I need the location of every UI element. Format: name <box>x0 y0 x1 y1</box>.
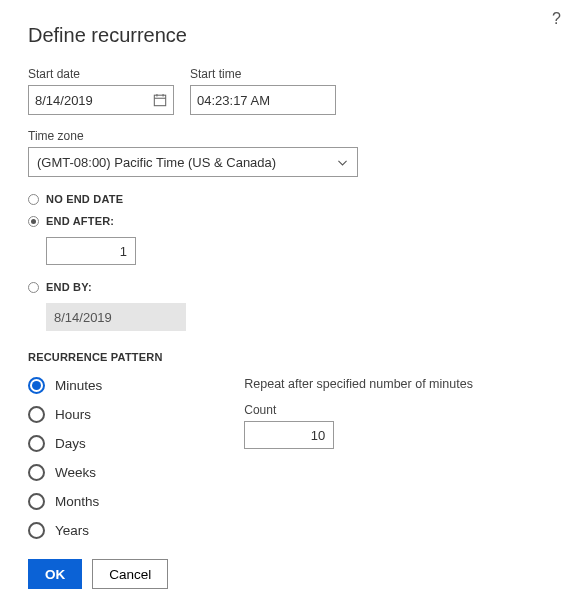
pattern-radio-group: Minutes Hours Days Weeks Months Years <box>28 377 102 539</box>
end-after-count-input[interactable]: 1 <box>46 237 136 265</box>
timezone-value: (GMT-08:00) Pacific Time (US & Canada) <box>37 155 276 170</box>
recurrence-heading: RECURRENCE PATTERN <box>28 351 551 363</box>
end-after-count-value: 1 <box>120 244 127 259</box>
radio-circle <box>28 522 45 539</box>
pattern-weeks-radio[interactable]: Weeks <box>28 464 102 481</box>
start-time-field: Start time 04:23:17 AM <box>190 67 336 115</box>
no-end-date-radio[interactable]: NO END DATE <box>28 193 551 205</box>
pattern-years-radio[interactable]: Years <box>28 522 102 539</box>
dialog-title: Define recurrence <box>28 24 551 47</box>
end-by-radio[interactable]: END BY: <box>28 281 551 293</box>
end-by-date-value: 8/14/2019 <box>54 310 112 325</box>
end-after-label: END AFTER: <box>46 215 114 227</box>
calendar-icon[interactable] <box>153 93 167 107</box>
chevron-down-icon <box>336 156 349 169</box>
pattern-minutes-radio[interactable]: Minutes <box>28 377 102 394</box>
pattern-detail: Repeat after specified number of minutes… <box>134 377 551 539</box>
radio-dot <box>28 194 39 205</box>
pattern-weeks-label: Weeks <box>55 465 96 480</box>
count-label: Count <box>244 403 551 417</box>
radio-circle <box>28 464 45 481</box>
ok-button[interactable]: OK <box>28 559 82 589</box>
radio-circle <box>28 406 45 423</box>
radio-dot <box>28 216 39 227</box>
end-by-date-input: 8/14/2019 <box>46 303 186 331</box>
count-value: 10 <box>311 428 325 443</box>
pattern-months-label: Months <box>55 494 99 509</box>
radio-circle <box>28 377 45 394</box>
start-time-input[interactable]: 04:23:17 AM <box>190 85 336 115</box>
count-input[interactable]: 10 <box>244 421 334 449</box>
pattern-days-radio[interactable]: Days <box>28 435 102 452</box>
radio-circle <box>28 493 45 510</box>
radio-dot <box>28 282 39 293</box>
end-after-radio[interactable]: END AFTER: <box>28 215 551 227</box>
radio-circle <box>28 435 45 452</box>
pattern-months-radio[interactable]: Months <box>28 493 102 510</box>
start-date-field: Start date 8/14/2019 <box>28 67 174 115</box>
pattern-minutes-label: Minutes <box>55 378 102 393</box>
timezone-select[interactable]: (GMT-08:00) Pacific Time (US & Canada) <box>28 147 358 177</box>
svg-rect-0 <box>154 95 165 106</box>
start-time-value: 04:23:17 AM <box>197 93 270 108</box>
help-icon[interactable]: ? <box>552 10 561 28</box>
start-date-input[interactable]: 8/14/2019 <box>28 85 174 115</box>
timezone-field: Time zone (GMT-08:00) Pacific Time (US &… <box>28 129 551 177</box>
start-date-value: 8/14/2019 <box>35 93 93 108</box>
timezone-label: Time zone <box>28 129 551 143</box>
no-end-date-label: NO END DATE <box>46 193 123 205</box>
pattern-hours-radio[interactable]: Hours <box>28 406 102 423</box>
pattern-years-label: Years <box>55 523 89 538</box>
pattern-hours-label: Hours <box>55 407 91 422</box>
end-by-label: END BY: <box>46 281 92 293</box>
start-time-label: Start time <box>190 67 336 81</box>
pattern-description: Repeat after specified number of minutes <box>244 377 551 391</box>
start-date-label: Start date <box>28 67 174 81</box>
pattern-days-label: Days <box>55 436 86 451</box>
cancel-button[interactable]: Cancel <box>92 559 168 589</box>
count-field: Count 10 <box>244 403 551 449</box>
